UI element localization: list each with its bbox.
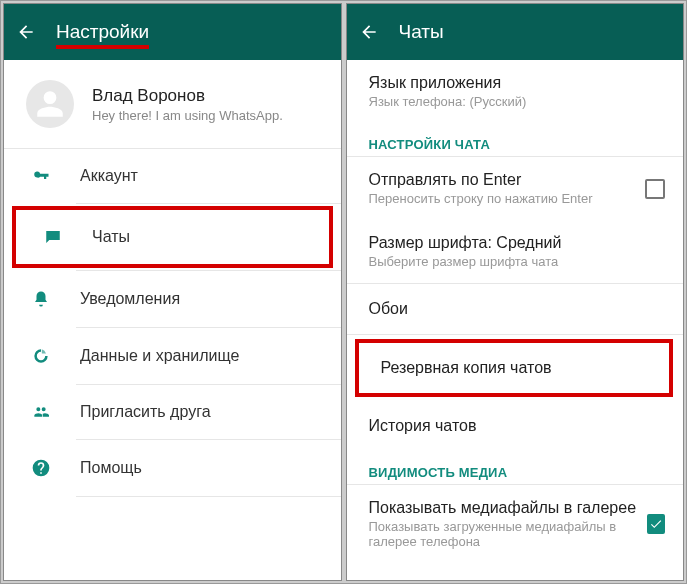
menu-label: Помощь	[80, 459, 142, 477]
setting-font-size[interactable]: Размер шрифта: Средний Выберите размер ш…	[347, 220, 684, 283]
menu-chats[interactable]: Чаты	[16, 210, 329, 264]
annotation-highlight-chats: Чаты	[12, 206, 333, 268]
people-icon	[30, 404, 52, 420]
profile-status: Hey there! I am using WhatsApp.	[92, 108, 283, 123]
menu-label: Чаты	[92, 228, 130, 246]
section-media-visibility: ВИДИМОСТЬ МЕДИА	[347, 451, 684, 484]
avatar	[26, 80, 74, 128]
menu-invite[interactable]: Пригласить друга	[4, 385, 341, 439]
menu-label: Аккаунт	[80, 167, 138, 185]
menu-label: Данные и хранилище	[80, 347, 239, 365]
setting-secondary: Язык телефона: (Русский)	[369, 94, 527, 109]
profile-name: Влад Воронов	[92, 86, 283, 106]
chats-settings-screen: Чаты Язык приложения Язык телефона: (Рус…	[346, 3, 685, 581]
menu-data-storage[interactable]: Данные и хранилище	[4, 328, 341, 384]
setting-wallpaper[interactable]: Обои	[347, 284, 684, 334]
menu-account[interactable]: Аккаунт	[4, 149, 341, 203]
menu-help[interactable]: Помощь	[4, 440, 341, 496]
setting-secondary: Выберите размер шрифта чата	[369, 254, 562, 269]
section-chat-settings: НАСТРОЙКИ ЧАТА	[347, 123, 684, 156]
checkbox-unchecked[interactable]	[645, 179, 665, 199]
setting-media-visibility[interactable]: Показывать медиафайлы в галерее Показыва…	[347, 485, 684, 563]
profile-row[interactable]: Влад Воронов Hey there! I am using Whats…	[4, 60, 341, 148]
setting-primary: Показывать медиафайлы в галерее	[369, 499, 638, 517]
setting-enter-send[interactable]: Отправлять по Enter Переносить строку по…	[347, 157, 684, 220]
setting-chat-backup[interactable]: Резервная копия чатов	[359, 343, 670, 393]
appbar-chats: Чаты	[347, 4, 684, 60]
divider	[76, 496, 341, 497]
settings-screen: Настройки Влад Воронов Hey there! I am u…	[3, 3, 342, 581]
setting-chat-history[interactable]: История чатов	[347, 401, 684, 451]
setting-primary: Размер шрифта: Средний	[369, 234, 562, 252]
back-icon[interactable]	[359, 22, 379, 42]
setting-primary: Отправлять по Enter	[369, 171, 593, 189]
page-title: Настройки	[56, 21, 149, 43]
setting-app-language[interactable]: Язык приложения Язык телефона: (Русский)	[347, 60, 684, 123]
help-icon	[30, 458, 52, 478]
data-usage-icon	[30, 346, 52, 366]
setting-secondary: Переносить строку по нажатию Enter	[369, 191, 593, 206]
menu-label: Уведомления	[80, 290, 180, 308]
profile-texts: Влад Воронов Hey there! I am using Whats…	[92, 86, 283, 123]
setting-secondary: Показывать загруженные медиафайлы в гале…	[369, 519, 638, 549]
bell-icon	[30, 289, 52, 309]
page-title: Чаты	[399, 21, 444, 43]
chat-icon	[42, 228, 64, 246]
setting-primary: Язык приложения	[369, 74, 527, 92]
divider	[347, 334, 684, 335]
key-icon	[30, 167, 52, 185]
annotation-highlight-backup: Резервная копия чатов	[355, 339, 674, 397]
annotation-underline	[56, 45, 149, 49]
menu-notifications[interactable]: Уведомления	[4, 271, 341, 327]
menu-label: Пригласить друга	[80, 403, 211, 421]
divider	[76, 203, 341, 204]
back-icon[interactable]	[16, 22, 36, 42]
checkbox-checked[interactable]	[647, 514, 665, 534]
appbar-settings: Настройки	[4, 4, 341, 60]
